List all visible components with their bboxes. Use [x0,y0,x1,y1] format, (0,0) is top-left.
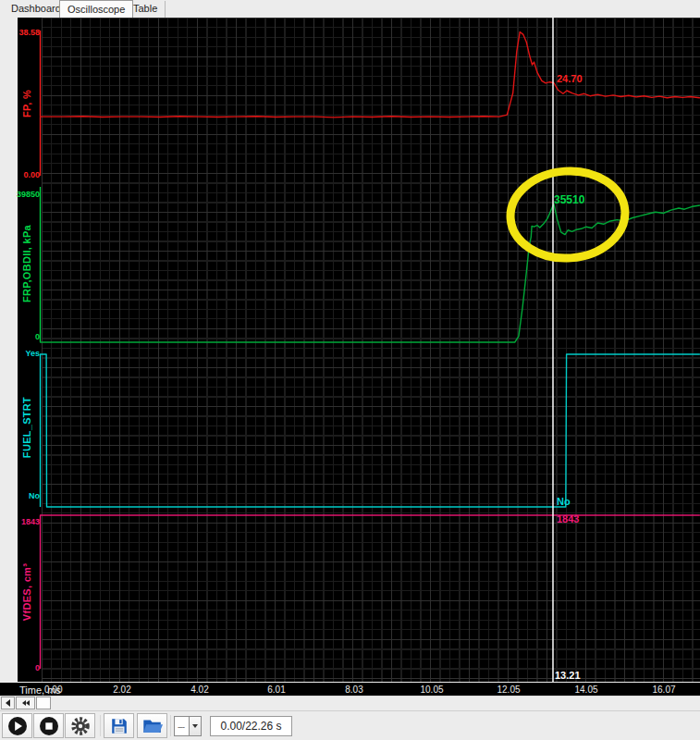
dropdown-arrow-button[interactable] [189,717,201,735]
vfdes-cursor-value: 1843 [557,513,579,524]
tab-oscilloscope[interactable]: Oscilloscope [59,0,133,18]
save-icon [109,716,129,736]
open-folder-icon [141,716,164,736]
toolbar-divider [170,715,171,736]
record-select-dropdown[interactable]: --- [174,716,202,736]
time-tick: 12.05 [497,684,520,695]
tab-table[interactable]: Table [126,1,166,18]
time-tick: 10.05 [420,684,443,695]
time-tick: 14.05 [574,684,597,695]
fp-min-label: 0.00 [16,170,40,179]
stop-button[interactable] [33,713,64,738]
time-tick: 6.01 [267,684,285,695]
scroll-left-button[interactable] [1,697,15,709]
time-axis: Time, ms 0.00 2.02 4.02 6.01 8.03 10.05 … [0,682,700,697]
time-tick: 4.02 [190,684,208,695]
time-tick: 2.02 [113,684,130,695]
fuel-max-label: Yes [16,349,40,358]
frp-min-label: 0 [16,332,40,341]
dropdown-value: --- [175,722,189,732]
fuel-min-label: No [16,491,40,500]
gear-icon [69,715,92,737]
toolbar-divider [100,715,101,736]
time-tick: 16.07 [652,684,675,695]
vfdes-max-label: 1843 [16,517,40,526]
tab-bar: Dashboard Oscilloscope Table [0,0,700,18]
playback-time-display: 0.00/22.26 s [210,716,292,736]
open-button[interactable] [137,713,167,738]
bottom-toolbar: --- 0.00/22.26 s [0,710,700,740]
time-cursor-value: 13.21 [555,670,581,681]
fp-cursor-value: 24.70 [557,73,583,84]
time-tick: 0.00 [44,684,62,695]
channel-name-vfdes: VfDES, cm³ [21,563,32,621]
settings-button[interactable] [65,713,95,738]
scroll-start-button[interactable] [16,697,35,709]
scope-grid [42,18,700,682]
fuel-cursor-value: No [557,496,571,507]
channel-name-fuel: FUEL_STRT [21,397,32,458]
oscilloscope-area[interactable]: FP, % FRP,OBDII, kPa FUEL_STRT VfDES, cm… [0,18,700,697]
frp-max-label: 39850 [16,190,40,199]
vfdes-min-label: 0 [16,663,40,672]
fp-max-label: 38.58 [16,28,40,37]
scope-scrollbar [0,697,700,710]
chevron-down-icon [192,724,198,728]
arrow-left-icon [26,700,30,706]
channel-name-fp: FP, % [21,90,32,117]
save-button[interactable] [104,713,134,738]
play-button[interactable] [2,713,32,738]
play-icon [6,715,29,737]
app-window: Dashboard Oscilloscope Table FP, % FRP,O… [0,0,700,740]
stop-icon [38,715,60,737]
arrow-left-icon [6,699,10,707]
scrollbar-thumb[interactable] [36,697,51,709]
frp-cursor-value: 35510 [554,193,584,206]
time-tick: 8.03 [345,684,362,695]
channel-name-frp: FRP,OBDII, kPa [21,225,32,302]
